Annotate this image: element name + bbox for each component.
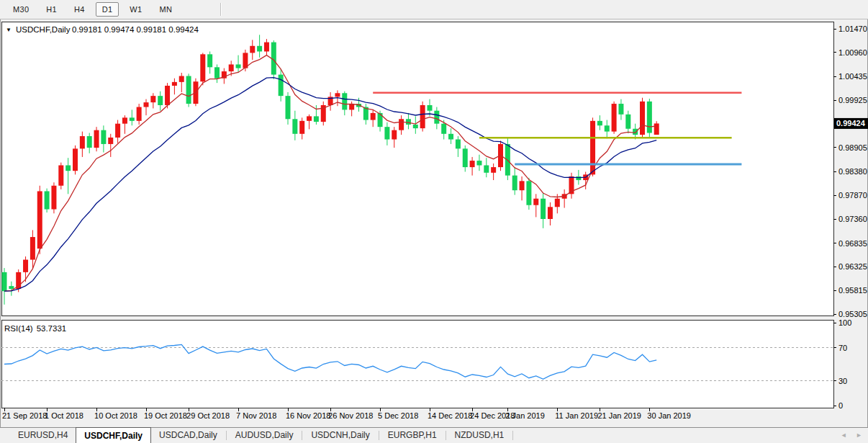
tab-scroll-arrows: ◄ ► [833, 431, 862, 439]
candle-body [371, 113, 376, 120]
symbol-tabbar: EURUSD,H4USDCHF,DailyUSDCAD,DailyAUDUSD,… [0, 427, 868, 443]
price-tick-label: 0.96325 [838, 262, 867, 271]
candle-body [597, 121, 602, 125]
tab-scroll-right-icon[interactable]: ► [856, 431, 862, 439]
candle-body [130, 117, 135, 120]
main-price-pane[interactable] [1, 22, 833, 316]
candle-body [292, 119, 297, 134]
candle-body [250, 46, 255, 53]
candle-body [605, 125, 610, 131]
candle-body [229, 64, 234, 71]
candle-body [625, 115, 630, 129]
price-tick-label: 0.98380 [838, 167, 867, 176]
price-tick-label: 0.98905 [838, 143, 867, 152]
timeframe-button-h1[interactable]: H1 [40, 2, 63, 17]
symbol-tab-eurgbp[interactable]: EURGBP,H1 [380, 428, 445, 443]
symbol-tab-usdchf[interactable]: USDCHF,Daily [76, 427, 151, 443]
candle-body [23, 260, 28, 272]
price-tick-label: 1.01470 [838, 24, 867, 33]
price-tick-label: 1.00960 [838, 48, 867, 57]
candle-body [441, 124, 446, 134]
tab-separator [446, 431, 446, 440]
candle-body [335, 93, 340, 97]
chart-title-symbol: USDCHF,Daily [16, 25, 71, 34]
candle-body [640, 102, 645, 135]
candle-body [299, 121, 304, 134]
candle-body [463, 148, 468, 167]
symbol-tab-audusd[interactable]: AUDUSD,Daily [227, 428, 302, 443]
timeframe-button-m30[interactable]: M30 [6, 2, 35, 17]
candle-body [236, 64, 241, 68]
candle-body [51, 186, 56, 210]
candle-body [520, 181, 525, 190]
tab-separator [512, 431, 513, 440]
candle-body [214, 67, 220, 78]
candle-body [108, 138, 113, 144]
candle-body [476, 161, 482, 165]
rsi-tick-label: 30 [838, 377, 847, 385]
candle-body [484, 165, 489, 172]
timeframe-button-h4[interactable]: H4 [68, 2, 91, 17]
candle-body [420, 105, 425, 128]
candle-body [399, 119, 404, 130]
candle-body [633, 129, 638, 135]
date-tick-label: 30 Jan 2019 [647, 411, 691, 420]
candle-body [541, 199, 546, 219]
date-tick-label: 19 Oct 2018 [144, 411, 187, 420]
date-tick-label: 7 Nov 2018 [236, 411, 276, 420]
date-tick-label: 10 Oct 2018 [94, 411, 137, 420]
candle-body [555, 199, 560, 207]
candle-body [406, 119, 411, 125]
tab-scroll-left-icon[interactable]: ◄ [841, 431, 847, 439]
candle-body [612, 104, 617, 132]
candle-body [307, 116, 312, 120]
timeframe-toolbar: M30H1H4D1W1MN [0, 0, 868, 19]
symbol-tab-eurusd[interactable]: EURUSD,H4 [10, 428, 76, 443]
price-tick-label: 0.95305 [838, 310, 867, 318]
candle-body [428, 105, 433, 111]
candle-body [654, 123, 659, 135]
candle-body [576, 176, 581, 180]
candle-body [30, 237, 35, 259]
symbol-tab-usdcad[interactable]: USDCAD,Daily [151, 428, 225, 443]
price-tick-label: 0.96835 [838, 239, 867, 248]
candle-body [186, 76, 191, 104]
price-tick-label: 0.99925 [838, 96, 867, 104]
candle-body [9, 286, 14, 289]
candle-body [65, 165, 71, 171]
date-tick-label: 26 Nov 2018 [328, 411, 373, 420]
timeframe-button-d1[interactable]: D1 [96, 2, 119, 17]
symbol-tab-usdcnh[interactable]: USDCNH,Daily [303, 428, 377, 443]
timeframe-button-w1[interactable]: W1 [123, 2, 148, 17]
timeframe-button-mn[interactable]: MN [153, 2, 178, 17]
candle-body [342, 93, 347, 109]
toolbar-separator [220, 3, 222, 16]
tab-separator [302, 431, 302, 440]
tab-separator [226, 431, 227, 440]
price-tick-label: 0.95815 [838, 286, 867, 295]
price-tick-label: 0.97360 [838, 215, 867, 223]
date-tick-label: 1 Oct 2018 [45, 411, 83, 420]
candle-body [122, 117, 127, 123]
candle-body [165, 86, 170, 105]
candle-body [115, 124, 120, 138]
candle-body [87, 136, 92, 148]
symbol-dropdown-icon[interactable]: ▼ [6, 27, 12, 33]
candle-body [413, 125, 418, 128]
svg-text:0.99424: 0.99424 [836, 119, 866, 127]
date-tick-label: 2 Jan 2019 [505, 411, 544, 420]
chart-area[interactable]: 1.014701.009601.004350.999250.989050.983… [0, 20, 868, 427]
date-tick-label: 21 Jan 2019 [597, 411, 641, 420]
rsi-tick-label: 70 [838, 344, 847, 352]
candle-body [137, 107, 142, 121]
candle-body [314, 116, 319, 122]
time-axis: 21 Sep 20181 Oct 201810 Oct 201819 Oct 2… [2, 408, 691, 420]
symbol-tab-nzdusd[interactable]: NZDUSD,H1 [447, 428, 512, 443]
candle-body [533, 199, 538, 205]
candle-body [37, 191, 42, 249]
candle-body [94, 130, 99, 148]
tab-separator [379, 431, 379, 440]
rsi-pane[interactable] [1, 320, 833, 408]
candle-body [2, 272, 7, 291]
candle-body [264, 42, 269, 52]
